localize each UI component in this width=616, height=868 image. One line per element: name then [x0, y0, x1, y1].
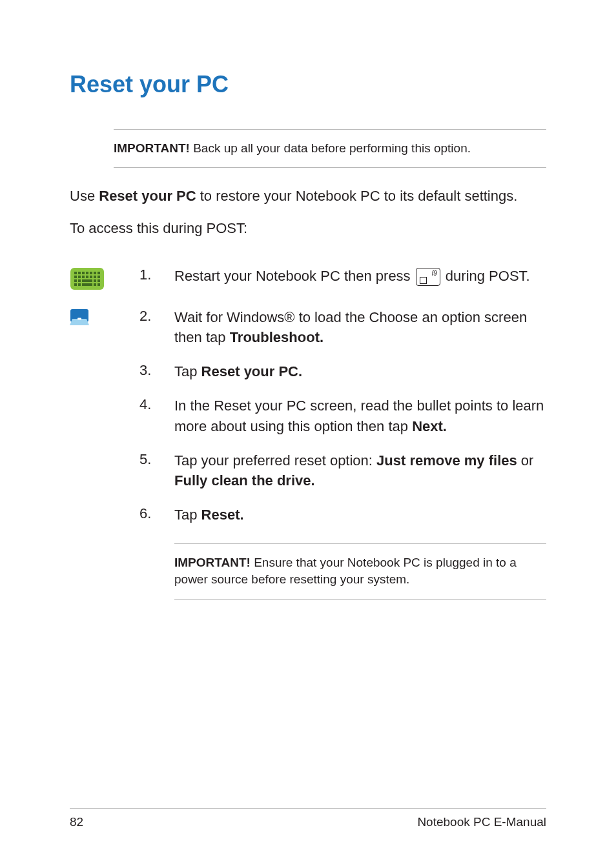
- svg-rect-20: [74, 283, 77, 286]
- step-5-bold2: Fully clean the drive.: [174, 472, 315, 489]
- step-number: 5.: [139, 450, 174, 468]
- svg-rect-13: [94, 276, 96, 278]
- callout-bottom: IMPORTANT! Ensure that your Notebook PC …: [174, 543, 546, 600]
- svg-rect-19: [82, 279, 92, 282]
- step-number: 3.: [139, 361, 174, 379]
- svg-rect-7: [98, 272, 100, 274]
- step-3: 3. Tap Reset your PC.: [70, 361, 546, 381]
- intro-post: to restore your Notebook PC to its defau…: [196, 188, 518, 204]
- svg-rect-9: [78, 276, 81, 278]
- svg-rect-5: [90, 272, 92, 274]
- step-2-pre: Wait for Windows® to load the Choose an …: [174, 309, 527, 345]
- callout-bottom-label: IMPORTANT!: [174, 556, 251, 569]
- step-3-pre: Tap: [174, 363, 201, 379]
- svg-rect-3: [82, 272, 85, 274]
- step-6-pre: Tap: [174, 507, 201, 523]
- step-1-post: during POST.: [442, 268, 530, 284]
- svg-rect-2: [78, 272, 81, 274]
- svg-rect-26: [77, 318, 81, 319]
- step-1: 1. Restart your Notebook PC then press d…: [70, 266, 546, 293]
- page-number: 82: [70, 815, 83, 829]
- desktop-icon: [70, 308, 89, 328]
- access-text: To access this during POST:: [70, 218, 546, 239]
- step-5-bold: Just remove my files: [376, 452, 517, 469]
- callout-top-label: IMPORTANT!: [114, 141, 190, 155]
- step-number: 2.: [139, 307, 174, 325]
- svg-rect-17: [94, 279, 96, 282]
- svg-rect-8: [74, 276, 77, 278]
- step-6: 6. Tap Reset. IMPORTANT! Ensure that you…: [70, 505, 546, 599]
- svg-rect-24: [98, 283, 100, 286]
- step-1-pre: Restart your Notebook PC then press: [174, 268, 415, 284]
- f9-key-icon: [416, 268, 440, 286]
- svg-rect-18: [98, 279, 100, 282]
- svg-rect-0: [70, 268, 104, 290]
- step-text: Tap Reset your PC.: [174, 361, 546, 381]
- step-5: 5. Tap your preferred reset option: Just…: [70, 450, 546, 490]
- svg-rect-23: [94, 283, 96, 286]
- step-4-pre: In the Reset your PC screen, read the bu…: [174, 398, 544, 434]
- step-3-bold: Reset your PC.: [201, 363, 303, 379]
- svg-rect-10: [82, 276, 85, 278]
- step-5-pre: Tap your preferred reset option:: [174, 452, 376, 469]
- step-4-bold: Next.: [412, 418, 447, 434]
- intro-text: Use Reset your PC to restore your Notebo…: [70, 186, 546, 207]
- callout-top-text: Back up all your data before performing …: [190, 141, 471, 155]
- step-5-mid: or: [517, 452, 534, 469]
- svg-rect-6: [94, 272, 96, 274]
- keyboard-icon: [70, 267, 105, 293]
- step-text: Tap Reset. IMPORTANT! Ensure that your N…: [174, 505, 546, 599]
- svg-rect-15: [74, 279, 77, 282]
- svg-rect-11: [86, 276, 88, 278]
- callout-top: IMPORTANT! Back up all your data before …: [114, 129, 546, 168]
- svg-rect-12: [90, 276, 92, 278]
- step-number: 6.: [139, 505, 174, 522]
- step-text: Restart your Notebook PC then press duri…: [174, 266, 546, 286]
- svg-rect-22: [82, 283, 92, 286]
- step-text: Wait for Windows® to load the Choose an …: [174, 307, 546, 347]
- svg-rect-1: [74, 272, 77, 274]
- step-2: 2. Wait for Windows® to load the Choose …: [70, 307, 546, 347]
- step-4: 4. In the Reset your PC screen, read the…: [70, 396, 546, 436]
- step-number: 4.: [139, 396, 174, 413]
- svg-rect-21: [78, 283, 81, 286]
- step-2-bold: Troubleshoot.: [230, 329, 323, 345]
- page-footer: 82 Notebook PC E-Manual: [0, 808, 616, 868]
- step-text: In the Reset your PC screen, read the bu…: [174, 396, 546, 436]
- intro-bold: Reset your PC: [99, 188, 196, 204]
- page-heading: Reset your PC: [70, 71, 546, 98]
- intro-pre: Use: [70, 188, 99, 204]
- step-number: 1.: [139, 266, 174, 283]
- svg-rect-4: [86, 272, 88, 274]
- svg-rect-16: [78, 279, 81, 282]
- svg-rect-14: [98, 276, 100, 278]
- step-6-bold: Reset.: [201, 507, 244, 523]
- step-text: Tap your preferred reset option: Just re…: [174, 450, 546, 490]
- footer-title: Notebook PC E-Manual: [417, 815, 546, 829]
